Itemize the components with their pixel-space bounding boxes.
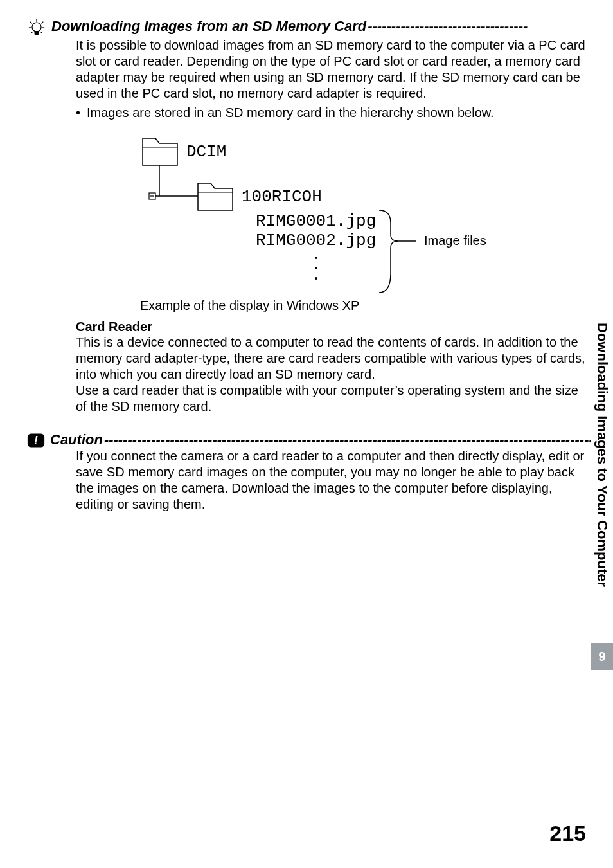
- caution-icon: !: [27, 433, 45, 448]
- tip-bullet: Images are stored in an SD memory card i…: [87, 105, 494, 120]
- bullet-dot: •: [76, 105, 80, 120]
- side-tab: Downloading Images to Your Computer 9: [591, 318, 613, 716]
- diagram-files-label: Image files: [424, 233, 486, 248]
- svg-line-3: [30, 22, 32, 24]
- diagram-file-2: RIMG0002.jpg: [256, 231, 376, 250]
- svg-point-14: [315, 257, 317, 259]
- caution-dash-fill: ----------------------------------------…: [104, 431, 608, 446]
- svg-point-16: [315, 277, 317, 280]
- svg-line-7: [31, 32, 33, 33]
- svg-point-0: [32, 23, 41, 32]
- card-reader-body1: This is a device connected to a computer…: [76, 334, 586, 383]
- svg-line-8: [41, 32, 42, 33]
- diagram-folder-root: DCIM: [186, 142, 226, 161]
- heading-dash-fill: ----------------------------------: [368, 18, 586, 32]
- folder-hierarchy-diagram: DCIM 100RICOH RIMG0001.jpg RIMG0002.jpg: [130, 132, 586, 298]
- diagram-file-1: RIMG0001.jpg: [256, 212, 376, 231]
- caution-heading: Caution: [50, 431, 103, 448]
- diagram-caption: Example of the display in Windows XP: [140, 298, 586, 313]
- svg-text:!: !: [34, 434, 38, 447]
- diagram-folder-sub: 100RICOH: [242, 187, 322, 206]
- svg-point-15: [315, 267, 317, 269]
- lightbulb-icon: [27, 18, 46, 37]
- tip-body: It is possible to download images from a…: [76, 37, 586, 102]
- svg-rect-1: [35, 32, 39, 35]
- tip-heading: Downloading Images from an SD Memory Car…: [51, 18, 366, 35]
- card-reader-heading: Card Reader: [76, 320, 586, 334]
- page-number: 215: [549, 821, 586, 846]
- card-reader-body2: Use a card reader that is compatible wit…: [76, 383, 586, 415]
- side-tab-label: Downloading Images to Your Computer: [591, 318, 613, 643]
- caution-body: If you connect the camera or a card read…: [76, 448, 586, 512]
- svg-line-4: [42, 22, 44, 24]
- side-tab-chapter: 9: [591, 643, 613, 670]
